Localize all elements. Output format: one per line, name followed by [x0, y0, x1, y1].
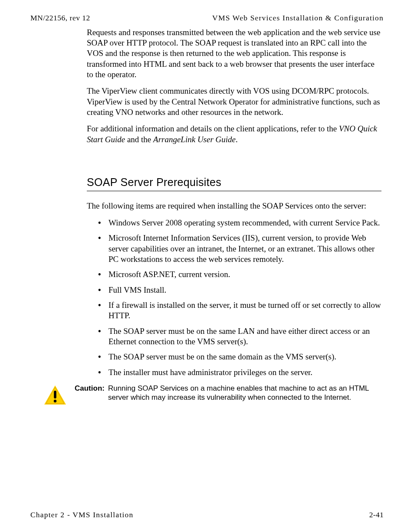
list-item: The SOAP server must be on the same doma… — [98, 352, 381, 362]
p3-mid: and the — [125, 135, 153, 144]
list-item: Microsoft ASP.NET, current version. — [98, 269, 381, 280]
section-intro: The following items are required when in… — [87, 201, 381, 212]
body-content: Requests and responses transmitted betwe… — [87, 27, 381, 405]
list-item: Full VMS Install. — [98, 285, 381, 295]
footer-chapter: Chapter 2 - VMS Installation — [30, 510, 133, 520]
footer-page-number: 2-41 — [369, 510, 384, 520]
p3-ref-2: ArrangeLink User Guide — [153, 135, 236, 144]
list-item: The SOAP server must be on the same LAN … — [98, 326, 381, 347]
p3-pre: For additional information and details o… — [87, 124, 339, 133]
header-section-title: VMS Web Services Installation & Configur… — [212, 13, 384, 23]
section-heading-soap-prereq: SOAP Server Prerequisites — [87, 175, 381, 192]
page-footer: Chapter 2 - VMS Installation 2-41 — [30, 510, 384, 520]
svg-point-3 — [54, 400, 56, 402]
page-header: MN/22156, rev 12 VMS Web Services Instal… — [30, 13, 384, 23]
paragraph-2: The ViperView client communicates direct… — [87, 86, 381, 117]
caution-body: Running SOAP Services on a machine enabl… — [108, 384, 381, 402]
page: MN/22156, rev 12 VMS Web Services Instal… — [0, 0, 414, 532]
list-item: Windows Server 2008 operating system rec… — [98, 218, 381, 228]
header-doc-id: MN/22156, rev 12 — [30, 13, 90, 23]
caution-icon — [43, 385, 67, 405]
prereq-list: Windows Server 2008 operating system rec… — [98, 218, 381, 378]
svg-rect-2 — [54, 391, 56, 398]
paragraph-3: For additional information and details o… — [87, 124, 381, 145]
paragraph-1: Requests and responses transmitted betwe… — [87, 27, 381, 80]
caution-block: Caution: Running SOAP Services on a mach… — [43, 384, 381, 405]
list-item: The installer must have administrator pr… — [98, 367, 381, 378]
caution-text: Caution: Running SOAP Services on a mach… — [75, 384, 381, 402]
list-item: Microsoft Internet Information Services … — [98, 233, 381, 264]
p3-post: . — [236, 135, 238, 144]
list-item: If a firewall is installed on the server… — [98, 300, 381, 321]
caution-label: Caution: — [75, 384, 105, 402]
